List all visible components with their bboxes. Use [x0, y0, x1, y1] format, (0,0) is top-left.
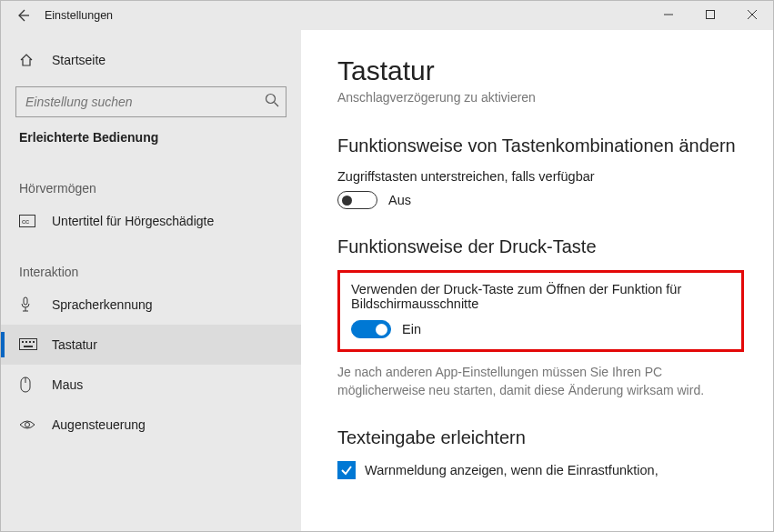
section-shortcuts: Funktionsweise von Tastenkombinationen ä… — [337, 136, 744, 156]
close-button[interactable] — [731, 1, 773, 28]
sidebar-section-label: Erleichterte Bedienung — [1, 130, 301, 145]
home-label: Startseite — [52, 53, 106, 67]
sidebar-item-label: Augensteuerung — [52, 417, 146, 432]
toggle-underline[interactable] — [337, 191, 377, 209]
svg-text:cc: cc — [22, 217, 29, 226]
toggle-print-state: Ein — [402, 322, 421, 336]
home-link[interactable]: Startseite — [1, 43, 301, 77]
maximize-button[interactable] — [689, 1, 731, 28]
content: Tastatur Anschlagverzögerung zu aktivier… — [301, 30, 773, 531]
mouse-icon — [19, 376, 37, 393]
search-icon — [265, 93, 279, 107]
option-underline-label: Zugriffstasten unterstreichen, falls ver… — [337, 169, 744, 184]
svg-point-12 — [25, 423, 30, 427]
checkbox-warn[interactable] — [337, 461, 356, 479]
close-icon — [748, 10, 757, 19]
toggle-knob — [342, 196, 352, 206]
sidebar-item-speech[interactable]: Spracherkennung — [1, 285, 301, 325]
section-print: Funktionsweise der Druck-Taste — [337, 236, 744, 257]
body: Startseite Erleichterte Bedienung Hörver… — [1, 30, 773, 531]
svg-rect-8 — [29, 341, 31, 343]
toggle-knob — [376, 324, 387, 336]
svg-rect-0 — [707, 11, 715, 19]
settings-window: Einstellungen Startseite Erleichterte Be… — [0, 0, 774, 532]
toggle-print[interactable] — [351, 320, 391, 338]
search-input[interactable] — [15, 86, 286, 117]
sidebar-item-mouse[interactable]: Maus — [1, 365, 301, 405]
toggle-print-row: Ein — [351, 320, 730, 338]
svg-point-1 — [266, 95, 276, 104]
sidebar-item-label: Untertitel für Hörgeschädigte — [52, 214, 214, 228]
checkbox-warn-label: Warnmeldung anzeigen, wenn die Einrastfu… — [365, 463, 658, 477]
sidebar-item-closed-captions[interactable]: cc Untertitel für Hörgeschädigte — [1, 201, 301, 241]
maximize-icon — [706, 10, 715, 19]
window-title: Einstellungen — [45, 9, 113, 22]
section-text-entry: Texteingabe erleichtern — [337, 427, 744, 448]
home-icon — [19, 53, 37, 67]
svg-rect-4 — [24, 297, 27, 305]
sidebar-item-label: Spracherkennung — [52, 297, 153, 312]
svg-rect-10 — [24, 346, 33, 347]
minimize-button[interactable] — [648, 1, 689, 28]
sidebar-group-hearing: Hörvermögen — [1, 181, 301, 196]
arrow-left-icon — [15, 8, 30, 23]
toggle-underline-row: Aus — [337, 191, 744, 209]
print-note: Je nach anderen App-Einstellungen müssen… — [337, 363, 744, 400]
toggle-underline-state: Aus — [388, 193, 411, 207]
window-controls — [648, 1, 773, 28]
sidebar-item-eye-control[interactable]: Augensteuerung — [1, 405, 301, 445]
eye-icon — [19, 419, 37, 430]
sidebar-item-label: Tastatur — [52, 337, 97, 352]
page-subtitle: Anschlagverzögerung zu aktivieren — [337, 90, 744, 105]
sidebar-item-label: Maus — [52, 377, 83, 392]
checkbox-warn-row: Warnmeldung anzeigen, wenn die Einrastfu… — [337, 461, 744, 479]
search-wrap — [15, 86, 286, 117]
microphone-icon — [19, 296, 37, 313]
back-button[interactable] — [1, 2, 45, 29]
svg-rect-6 — [22, 341, 24, 343]
sidebar: Startseite Erleichterte Bedienung Hörver… — [1, 30, 301, 531]
page-title: Tastatur — [337, 55, 744, 86]
option-print-label: Verwenden der Druck-Taste zum Öffnen der… — [351, 282, 730, 311]
keyboard-icon — [19, 338, 37, 351]
cc-icon: cc — [19, 215, 37, 227]
minimize-icon — [664, 10, 673, 19]
highlight-box: Verwenden der Druck-Taste zum Öffnen der… — [337, 270, 744, 352]
titlebar: Einstellungen — [1, 1, 773, 30]
check-icon — [340, 464, 353, 477]
sidebar-item-keyboard[interactable]: Tastatur — [1, 325, 301, 365]
svg-rect-5 — [20, 339, 37, 350]
svg-rect-9 — [33, 341, 35, 343]
sidebar-group-interaction: Interaktion — [1, 265, 301, 279]
svg-rect-7 — [25, 341, 27, 343]
